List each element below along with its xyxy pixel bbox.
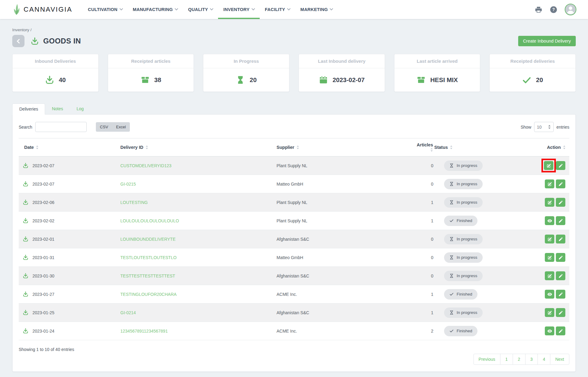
date-cell: 2023-01-25: [19, 303, 120, 322]
edit-button[interactable]: [545, 308, 554, 317]
edit-button[interactable]: [545, 235, 554, 243]
edit-button[interactable]: [544, 161, 553, 170]
pencil-button[interactable]: [556, 161, 565, 170]
calendar-icon: [319, 75, 328, 85]
action-cell: [527, 303, 569, 322]
menu-item-label: MANUFACTURING: [133, 7, 173, 12]
edit-button[interactable]: [545, 271, 554, 280]
action-cell: [527, 175, 569, 193]
delivery-id-link[interactable]: GI-0215: [120, 182, 136, 187]
eye-button[interactable]: [545, 216, 554, 225]
date-cell: 2023-01-30: [19, 267, 120, 285]
pencil-button[interactable]: [556, 216, 565, 225]
back-button[interactable]: [12, 35, 24, 47]
eye-button[interactable]: [545, 290, 554, 299]
excel-export-button[interactable]: Excel: [112, 122, 130, 132]
date-value: 2023-02-01: [32, 237, 55, 242]
date-cell: 2023-02-06: [19, 193, 120, 212]
printer-icon: [535, 6, 542, 13]
stat-card-in-progress: In Progress20: [203, 54, 289, 92]
action-cell: [527, 285, 569, 303]
date-value: 2023-01-30: [32, 273, 55, 278]
edit-icon: [546, 163, 551, 168]
column-header-delivery-id[interactable]: Delivery ID: [120, 138, 276, 156]
deliveries-panel: Search CSVExcel Show 10 entries DateDeli…: [12, 114, 576, 372]
check-small-icon: [449, 218, 454, 223]
delivery-id-link[interactable]: TESTLOUTESTLOUTESTLO: [120, 255, 177, 260]
create-inbound-delivery-button[interactable]: Create Inbound Delivery: [518, 36, 576, 46]
pencil-button[interactable]: [556, 271, 565, 280]
date-value: 2023-02-02: [32, 218, 55, 223]
pagination-next[interactable]: Next: [550, 354, 569, 365]
avatar[interactable]: [565, 4, 576, 15]
delivery-id-link[interactable]: TESTINGLOUFOR20CHARA: [120, 292, 177, 297]
delivery-id-link[interactable]: TESTTESTTESTTESTTEST: [120, 273, 175, 278]
column-header-articles[interactable]: Articles: [414, 138, 434, 156]
menu-item-quality[interactable]: QUALITY: [183, 0, 218, 19]
pagination-2[interactable]: 2: [513, 354, 526, 365]
brand-logo[interactable]: CANNAVIGIA: [12, 3, 72, 16]
date-cell: 2023-02-01: [19, 230, 120, 248]
menu-item-inventory[interactable]: INVENTORY: [218, 0, 260, 19]
leaf-logo-icon: [12, 3, 21, 16]
delivery-id-cell: LOUINBOUNDDELIVERYTE: [120, 230, 276, 248]
delivery-id-link[interactable]: LOUINBOUNDDELIVERYTE: [120, 237, 175, 242]
tab-log[interactable]: Log: [70, 104, 90, 114]
edit-button[interactable]: [545, 253, 554, 262]
menu-item-marketing[interactable]: MARKETING: [295, 0, 338, 19]
pencil-button[interactable]: [556, 198, 565, 207]
stat-card-last-article-arrived: Last article arrivedHESI MIX: [394, 54, 481, 92]
search-input[interactable]: [35, 122, 87, 132]
delivery-id-link[interactable]: CUSTOMDELIVERYID123: [120, 163, 172, 168]
pagination-3[interactable]: 3: [525, 354, 538, 365]
delivery-id-link[interactable]: LOUTESTING: [120, 200, 148, 205]
main-menu: CULTIVATIONMANUFACTURINGQUALITYINVENTORY…: [83, 0, 338, 19]
edit-button[interactable]: [545, 198, 554, 207]
pencil-button[interactable]: [556, 326, 565, 335]
eye-icon: [547, 292, 552, 297]
table-row: 2023-02-01LOUINBOUNDDELIVERYTEAfghanista…: [19, 230, 569, 248]
eye-button[interactable]: [545, 326, 554, 335]
column-header-status[interactable]: Status: [434, 138, 527, 156]
print-button[interactable]: [535, 6, 542, 13]
delivery-id-link[interactable]: LOULOULOULOULOULOULO: [120, 218, 179, 223]
column-header-action[interactable]: Action: [527, 138, 569, 156]
articles-cell: 1: [414, 285, 434, 303]
menu-item-cultivation[interactable]: CULTIVATION: [83, 0, 127, 19]
delivery-id-link[interactable]: 12345678911234567891: [120, 329, 168, 334]
articles-cell: 2: [414, 322, 434, 340]
tab-deliveries[interactable]: Deliveries: [12, 104, 45, 115]
pagination-4[interactable]: 4: [537, 354, 550, 365]
csv-export-button[interactable]: CSV: [96, 122, 112, 132]
goods-in-download-icon: [31, 37, 39, 45]
delivery-id-link[interactable]: GI-0214: [120, 310, 136, 315]
pencil-icon: [558, 273, 563, 278]
menu-item-manufacturing[interactable]: MANUFACTURING: [128, 0, 183, 19]
menu-item-facility[interactable]: FACILITY: [260, 0, 295, 19]
tab-notes[interactable]: Notes: [45, 104, 70, 114]
column-header-date[interactable]: Date: [19, 138, 120, 156]
supplier-cell: Afghanistan S&C: [276, 303, 414, 322]
highlight-box: [544, 161, 553, 170]
status-badge-in-progress: In progress: [444, 160, 483, 171]
stat-card-label: Last Inbound delivery: [299, 54, 385, 68]
page-size-select[interactable]: 10: [534, 122, 554, 132]
action-buttons: [528, 308, 569, 317]
show-entries: Show 10 entries: [521, 122, 569, 132]
pencil-button[interactable]: [556, 235, 565, 243]
pagination-previous[interactable]: Previous: [473, 354, 500, 365]
pencil-button[interactable]: [556, 179, 565, 188]
status-cell: In progress: [434, 267, 527, 285]
hourglass-small-icon: [449, 255, 454, 260]
status-cell: In progress: [434, 303, 527, 322]
pencil-button[interactable]: [556, 253, 565, 262]
help-button[interactable]: ?: [550, 6, 557, 13]
pagination-1[interactable]: 1: [500, 354, 513, 365]
supplier-cell: Matteo GmbH: [276, 175, 414, 193]
edit-button[interactable]: [545, 179, 554, 188]
stat-card-label: Receipted articles: [108, 54, 194, 68]
pencil-button[interactable]: [556, 290, 565, 299]
pencil-icon: [558, 182, 563, 187]
column-header-supplier[interactable]: Supplier: [276, 138, 414, 156]
pencil-button[interactable]: [556, 308, 565, 317]
